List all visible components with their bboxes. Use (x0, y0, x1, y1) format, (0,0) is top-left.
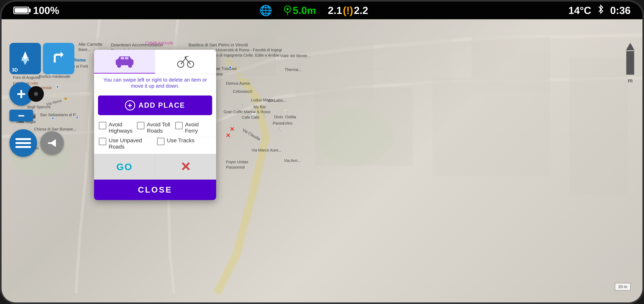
battery-fill (15, 8, 28, 13)
avoid-toll-roads-option[interactable]: Avoid TollRoads (137, 122, 173, 134)
svg-rect-19 (51, 51, 66, 66)
hamburger-icon (15, 138, 31, 148)
status-left: 100% (14, 4, 59, 16)
battery-icon (14, 7, 29, 14)
transport-tabs (94, 50, 216, 74)
status-right: 14°C 0:36 (568, 4, 630, 17)
map-label-via-marco: Via Marco Aure... (252, 148, 282, 152)
status-bar: 100% 🌐 5.0m 2.1 (!) 2.2 14°C 0:36 (2, 1, 642, 19)
map-label-passionisti: Passionisti (226, 165, 245, 169)
poi-cutlery-2: 🍴 (241, 103, 246, 109)
svg-point-23 (117, 64, 121, 68)
poi-coffee-1: ☕ (251, 110, 258, 116)
use-tracks-checkbox[interactable] (157, 138, 164, 145)
avoid-toll-roads-label: Avoid TollRoads (147, 122, 170, 134)
add-place-icon: + (125, 100, 135, 110)
tab-car[interactable] (94, 50, 155, 73)
speed-warning-icon: (!) (343, 4, 353, 16)
battery-percent: 100% (33, 4, 59, 16)
map-scale: 20 m (615, 283, 630, 291)
map-label-my-bar: My Bar (254, 105, 266, 109)
globe-icon: 🌐 (260, 4, 272, 16)
zoom-out-button[interactable]: − (10, 110, 33, 122)
menu-button[interactable] (10, 129, 37, 157)
svg-rect-26 (125, 57, 128, 59)
add-place-label: ADD PLACE (138, 101, 185, 110)
go-button[interactable]: GO (94, 154, 155, 180)
svg-point-1 (286, 8, 289, 10)
avoid-toll-roads-checkbox[interactable] (137, 122, 144, 129)
svg-point-16 (315, 107, 393, 166)
map-controls-left: 3D + − (10, 43, 74, 157)
options-row-1: AvoidHighways Avoid TollRoads Avoid Ferr… (94, 118, 216, 137)
poi-cutlery-3: 🍴 (262, 114, 268, 119)
device-frame: 100% 🌐 5.0m 2.1 (!) 2.2 14°C 0:36 (0, 0, 644, 304)
scale-ruler (626, 43, 634, 75)
cross-marker-2: ✕ (226, 132, 231, 139)
svg-rect-25 (121, 57, 124, 59)
compass-button[interactable]: 3D (10, 43, 41, 74)
nav-turn-button[interactable] (43, 43, 74, 74)
map-label-alle-carrette: Alle Carrette (78, 42, 102, 47)
use-unpaved-roads-checkbox[interactable] (99, 138, 106, 145)
map-label-credit: Crédit Agricole (145, 40, 174, 46)
speed-tracking-dot (28, 86, 44, 102)
map-label-colosseo: Colosseo⊙ (233, 89, 252, 94)
swipe-hint: You can swipe left or right to delete an… (94, 74, 216, 92)
speed-display: 2.1 (!) 2.2 (328, 4, 368, 16)
svg-point-24 (128, 64, 132, 68)
avoid-highways-label: AvoidHighways (109, 122, 132, 134)
avoid-highways-checkbox[interactable] (99, 122, 106, 129)
map-label-baire: Baire... (78, 47, 91, 52)
scale-unit-label: m (628, 77, 633, 84)
tab-bike[interactable] (155, 50, 216, 73)
map-area: Alle Carrette Baire... Downtown Accommod… (2, 19, 642, 303)
poi-blue-dot-4 (76, 117, 78, 119)
use-tracks-option[interactable]: Use Tracks (157, 137, 212, 150)
poi-cocktail-1: 🍸 (283, 109, 288, 114)
avoid-ferry-option[interactable]: Avoid Ferry (175, 122, 212, 134)
svg-rect-21 (48, 142, 54, 144)
cancel-button[interactable]: ✕ (155, 154, 216, 180)
map-controls-right: m (626, 43, 634, 84)
map-label-domus-aurea: Domus Aurea (226, 81, 250, 86)
compass-3d-label: 3D (12, 67, 18, 73)
add-place-button[interactable]: + ADD PLACE (98, 96, 212, 115)
options-row-2: Use Unpaved Roads Use Tracks (94, 137, 216, 154)
svg-rect-13 (432, 78, 550, 176)
back-button[interactable] (40, 131, 64, 155)
temperature-display: 14°C (568, 4, 591, 16)
svg-point-29 (184, 56, 186, 58)
nav-modal: You can swipe left or right to delete an… (94, 50, 216, 200)
map-label-via-labic: Via Labic... (267, 98, 287, 103)
svg-rect-14 (570, 58, 628, 195)
use-unpaved-roads-label: Use Unpaved Roads (109, 137, 153, 150)
map-label-divin-ostilia: Divin. Ostilia (274, 115, 296, 119)
gps-indicator: 5.0m (284, 4, 316, 16)
action-buttons: GO ✕ (94, 154, 216, 180)
avoid-ferry-label: Avoid Ferry (185, 122, 212, 134)
avoid-ferry-checkbox[interactable] (175, 122, 183, 129)
map-label-pane-vino: Pane&Vino (273, 121, 292, 126)
poi-cutlery-4: 🍴 (277, 127, 282, 132)
poi-blue-dot-5 (229, 66, 232, 69)
map-label-therma-right: Therma... (284, 67, 302, 72)
use-unpaved-roads-option[interactable]: Use Unpaved Roads (99, 137, 153, 150)
bluetooth-icon (597, 4, 604, 17)
status-center: 🌐 5.0m 2.1 (!) 2.2 (260, 4, 368, 16)
cancel-icon: ✕ (180, 159, 191, 174)
use-tracks-label: Use Tracks (167, 137, 194, 144)
close-button[interactable]: CLOSE (94, 180, 216, 200)
battery-body (14, 7, 29, 14)
avoid-highways-option[interactable]: AvoidHighways (99, 122, 135, 134)
map-label-viale-monte: Viale del Monte... (280, 54, 310, 58)
map-label-universita2: o di Ingegneria Civile, Edile e Arribie (216, 53, 279, 58)
clock-display: 0:36 (610, 4, 630, 16)
svg-rect-8 (384, 35, 452, 84)
map-label-cafe-cafe: Cafe Cafe (242, 115, 260, 120)
map-label-basilica: Basilica di San Pietro in Vincoli (188, 42, 248, 48)
map-label-universita1: Università di Roma - Facoltà di Ingegr (216, 48, 282, 52)
map-label-via-ann: Via Ann... (284, 158, 301, 163)
map-label-foyer: Foyer Unitas (226, 160, 248, 164)
